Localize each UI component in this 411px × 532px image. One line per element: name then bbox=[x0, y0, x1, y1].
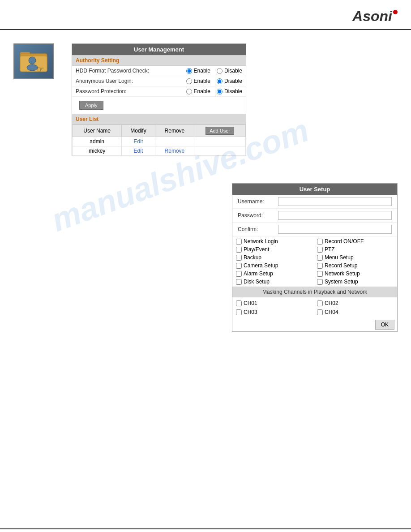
ch02-checkbox[interactable] bbox=[317, 300, 323, 306]
svg-point-5 bbox=[27, 64, 38, 71]
user-management-title: User Management bbox=[72, 44, 246, 55]
channel-grid: CH01 CH02 CH03 CH04 bbox=[232, 297, 397, 318]
network-setup-checkbox[interactable] bbox=[317, 271, 323, 277]
camera-setup-checkbox[interactable] bbox=[236, 263, 242, 269]
network-login-text: Network Login bbox=[244, 238, 278, 245]
alarm-setup-checkbox[interactable] bbox=[236, 271, 242, 277]
ch02-checkbox-label[interactable]: CH02 bbox=[317, 300, 394, 306]
logo-dot bbox=[393, 10, 398, 14]
record-setup-checkbox-label[interactable]: Record Setup bbox=[317, 262, 394, 269]
pwd-enable-radio[interactable] bbox=[186, 89, 192, 94]
backup-checkbox[interactable] bbox=[236, 255, 242, 261]
hdd-enable-radio-label[interactable]: Enable bbox=[186, 68, 210, 74]
user-extra-cell bbox=[194, 146, 246, 156]
user-management-panel: User Management Authority Setting HDD Fo… bbox=[72, 43, 246, 156]
network-setup-checkbox-label[interactable]: Network Setup bbox=[317, 270, 394, 277]
system-setup-checkbox-label[interactable]: System Setup bbox=[317, 279, 394, 285]
ch03-checkbox-label[interactable]: CH03 bbox=[236, 309, 313, 315]
user-setup-panel: User Setup Username: Password: Confirm: … bbox=[232, 183, 398, 332]
anon-disable-text: Disable bbox=[224, 78, 242, 84]
user-list-section-title: User List bbox=[72, 114, 246, 124]
backup-checkbox-label[interactable]: Backup bbox=[236, 254, 313, 261]
password-protection-row: Password Protection: Enable Disable bbox=[72, 86, 246, 97]
record-setup-checkbox[interactable] bbox=[317, 263, 323, 269]
anonymous-login-row: Anonymous User Login: Enable Disable bbox=[72, 76, 246, 86]
mickey-remove-link[interactable]: Remove bbox=[165, 148, 185, 154]
col-username: User Name bbox=[73, 125, 122, 137]
main-content: ☞ User Management Authority Setting HDD … bbox=[0, 30, 411, 345]
password-protection-label: Password Protection: bbox=[76, 88, 186, 94]
ch04-checkbox-label[interactable]: CH04 bbox=[317, 309, 394, 315]
pwd-enable-radio-label[interactable]: Enable bbox=[186, 88, 210, 94]
user-setup-section: User Setup Username: Password: Confirm: … bbox=[13, 183, 398, 332]
password-input[interactable] bbox=[278, 211, 392, 220]
network-setup-text: Network Setup bbox=[325, 270, 360, 277]
apply-button[interactable]: Apply bbox=[79, 101, 103, 110]
ch01-text: CH01 bbox=[244, 300, 257, 306]
ch03-checkbox[interactable] bbox=[236, 309, 242, 315]
play-event-checkbox[interactable] bbox=[236, 247, 242, 253]
record-onoff-checkbox-label[interactable]: Record ON/OFF bbox=[317, 238, 394, 245]
mickey-edit-link[interactable]: Edit bbox=[134, 148, 143, 154]
hdd-disable-radio-label[interactable]: Disable bbox=[217, 68, 242, 74]
menu-setup-checkbox[interactable] bbox=[317, 255, 323, 261]
alarm-setup-text: Alarm Setup bbox=[244, 270, 273, 277]
username-label: Username: bbox=[238, 198, 278, 205]
confirm-label: Confirm: bbox=[238, 226, 278, 232]
disk-setup-text: Disk Setup bbox=[244, 279, 270, 285]
user-management-icon: ☞ bbox=[13, 43, 54, 79]
pwd-disable-radio-label[interactable]: Disable bbox=[217, 88, 242, 94]
admin-edit-link[interactable]: Edit bbox=[134, 138, 143, 145]
ch03-text: CH03 bbox=[244, 309, 257, 315]
anon-disable-radio[interactable] bbox=[217, 78, 223, 84]
confirm-input[interactable] bbox=[278, 225, 392, 234]
disk-setup-checkbox-label[interactable]: Disk Setup bbox=[236, 279, 313, 285]
user-edit-cell: Edit bbox=[122, 146, 155, 156]
record-setup-text: Record Setup bbox=[325, 262, 357, 269]
ok-button[interactable]: OK bbox=[375, 320, 394, 330]
ptz-checkbox-label[interactable]: PTZ bbox=[317, 246, 394, 253]
disk-setup-checkbox[interactable] bbox=[236, 279, 242, 285]
anon-enable-radio[interactable] bbox=[186, 78, 192, 84]
logo-text: Asoni bbox=[352, 8, 392, 25]
col-modify: Modify bbox=[122, 125, 155, 137]
record-onoff-checkbox[interactable] bbox=[317, 239, 323, 245]
ch04-checkbox[interactable] bbox=[317, 309, 323, 315]
user-name-cell: admin bbox=[73, 137, 122, 146]
menu-setup-checkbox-label[interactable]: Menu Setup bbox=[317, 254, 394, 261]
user-remove-cell: Remove bbox=[155, 146, 194, 156]
camera-setup-checkbox-label[interactable]: Camera Setup bbox=[236, 262, 313, 269]
hdd-format-label: HDD Format Password Check: bbox=[76, 68, 186, 74]
user-remove-cell bbox=[155, 137, 194, 146]
add-user-button[interactable]: Add User bbox=[206, 127, 234, 135]
system-setup-checkbox[interactable] bbox=[317, 279, 323, 285]
apply-row: Apply bbox=[72, 97, 246, 114]
play-event-checkbox-label[interactable]: Play/Event bbox=[236, 246, 313, 253]
password-row: Password: bbox=[232, 209, 397, 223]
ptz-checkbox[interactable] bbox=[317, 247, 323, 253]
hdd-format-row: HDD Format Password Check: Enable Disabl… bbox=[72, 66, 246, 76]
alarm-setup-checkbox-label[interactable]: Alarm Setup bbox=[236, 270, 313, 277]
hdd-disable-radio[interactable] bbox=[217, 68, 223, 74]
masking-title: Masking Channels in Playback and Network bbox=[232, 287, 397, 297]
ch01-checkbox[interactable] bbox=[236, 300, 242, 306]
pwd-disable-text: Disable bbox=[224, 88, 242, 94]
hdd-enable-text: Enable bbox=[194, 68, 210, 74]
user-extra-cell bbox=[194, 137, 246, 146]
authority-section-title: Authority Setting bbox=[72, 55, 246, 66]
username-input[interactable] bbox=[278, 197, 392, 206]
play-event-text: Play/Event bbox=[244, 246, 269, 253]
pwd-disable-radio[interactable] bbox=[217, 89, 223, 94]
col-remove: Remove bbox=[155, 125, 194, 137]
anon-enable-text: Enable bbox=[194, 78, 210, 84]
camera-setup-text: Camera Setup bbox=[244, 262, 278, 269]
record-onoff-text: Record ON/OFF bbox=[325, 238, 364, 245]
ch01-checkbox-label[interactable]: CH01 bbox=[236, 300, 313, 306]
anon-disable-radio-label[interactable]: Disable bbox=[217, 78, 242, 84]
anon-enable-radio-label[interactable]: Enable bbox=[186, 78, 210, 84]
network-login-checkbox-label[interactable]: Network Login bbox=[236, 238, 313, 245]
confirm-row: Confirm: bbox=[232, 223, 397, 236]
footer bbox=[0, 528, 411, 532]
network-login-checkbox[interactable] bbox=[236, 239, 242, 245]
hdd-enable-radio[interactable] bbox=[186, 68, 192, 74]
